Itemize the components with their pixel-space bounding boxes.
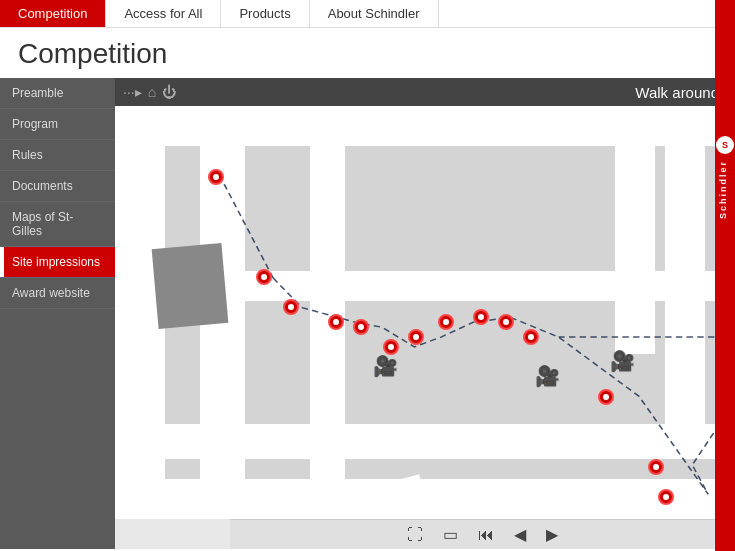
page-title: Competition	[0, 28, 735, 78]
sidebar: Preamble Program Rules Documents Maps of…	[0, 78, 115, 549]
marker-1[interactable]	[208, 169, 224, 185]
marker-9[interactable]	[473, 309, 489, 325]
camera-icon-2[interactable]: 🎥	[535, 364, 560, 388]
marker-12[interactable]	[598, 389, 614, 405]
marker-14[interactable]	[658, 489, 674, 505]
marker-10[interactable]	[498, 314, 514, 330]
sidebar-item-program[interactable]: Program	[0, 109, 115, 140]
marker-6[interactable]	[383, 339, 399, 355]
expand-button[interactable]: ⛶	[403, 524, 427, 546]
sidebar-item-documents[interactable]: Documents	[0, 171, 115, 202]
map-area: 🎥 🎥 🎥	[115, 106, 735, 519]
schindler-brand-bar: S Schindler	[715, 0, 735, 551]
sidebar-item-maps[interactable]: Maps of St-Gilles	[0, 202, 115, 247]
marker-13[interactable]	[648, 459, 664, 475]
map-background: 🎥 🎥 🎥	[115, 106, 735, 519]
topbar-dots-icon[interactable]: ···▸	[123, 84, 142, 100]
nav-products[interactable]: Products	[221, 0, 309, 27]
marker-2[interactable]	[256, 269, 272, 285]
schindler-brand-label: Schindler	[715, 156, 731, 223]
marker-4[interactable]	[328, 314, 344, 330]
video-topbar: ···▸ ⌂ ⏻ Walk around	[115, 78, 735, 106]
marker-11[interactable]	[523, 329, 539, 345]
video-wrapper: ···▸ ⌂ ⏻ Walk around	[115, 78, 735, 519]
marker-7[interactable]	[408, 329, 424, 345]
sidebar-item-award[interactable]: Award website	[0, 278, 115, 309]
topbar-home-icon[interactable]: ⌂	[148, 84, 156, 100]
schindler-logo-circle: S	[716, 136, 734, 154]
nav-about[interactable]: About Schindler	[310, 0, 439, 27]
sidebar-item-site-impressions[interactable]: Site impressions	[0, 247, 115, 278]
bottom-controls: ⛶ ▭ ⏮ ◀ ▶	[230, 519, 735, 549]
nav-competition[interactable]: Competition	[0, 0, 106, 27]
marker-3[interactable]	[283, 299, 299, 315]
camera-icon-3[interactable]: 🎥	[610, 349, 635, 373]
route-path	[115, 106, 735, 519]
content-area: ···▸ ⌂ ⏻ Walk around	[115, 78, 735, 549]
video-title: Walk around	[635, 84, 727, 101]
topbar-power-icon[interactable]: ⏻	[162, 84, 176, 100]
main-layout: Preamble Program Rules Documents Maps of…	[0, 78, 735, 549]
next-button[interactable]: ▶	[542, 523, 562, 546]
prev-prev-button[interactable]: ⏮	[474, 524, 498, 546]
marker-5[interactable]	[353, 319, 369, 335]
prev-button[interactable]: ◀	[510, 523, 530, 546]
nav-access[interactable]: Access for All	[106, 0, 221, 27]
marker-8[interactable]	[438, 314, 454, 330]
window-button[interactable]: ▭	[439, 523, 462, 546]
video-topbar-icons: ···▸ ⌂ ⏻	[123, 84, 176, 100]
sidebar-item-preamble[interactable]: Preamble	[0, 78, 115, 109]
top-navigation: Competition Access for All Products Abou…	[0, 0, 735, 28]
sidebar-item-rules[interactable]: Rules	[0, 140, 115, 171]
camera-icon-1[interactable]: 🎥	[373, 354, 398, 378]
